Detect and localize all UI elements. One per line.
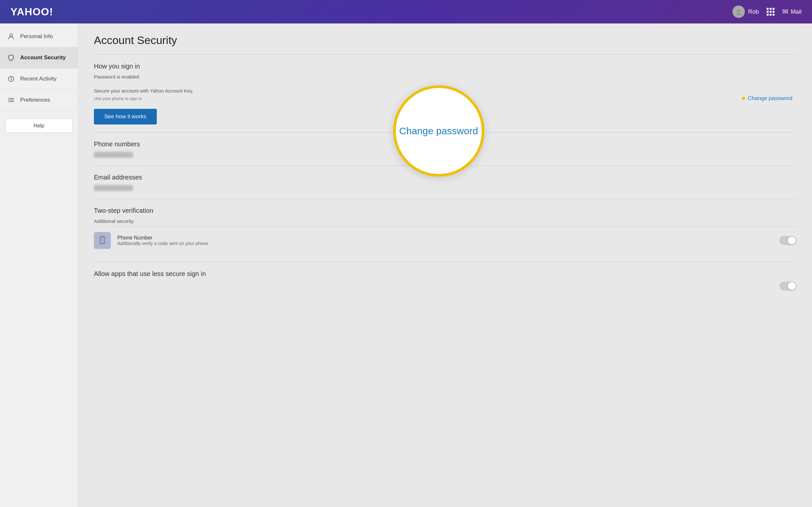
password-status: Password is enabled. xyxy=(94,74,796,79)
less-secure-title: Allow apps that use less secure sign in xyxy=(94,270,796,278)
magnify-label: Change password xyxy=(399,125,478,136)
magnify-overlay: Change password xyxy=(393,86,484,177)
phone-number-toggle[interactable] xyxy=(779,236,796,245)
list-icon xyxy=(6,96,16,105)
header-right: Rob ✉ Mail xyxy=(733,6,802,18)
main-content: Account Security How you sign in Passwor… xyxy=(78,23,812,507)
sidebar-item-personal-info[interactable]: Personal Info xyxy=(0,26,78,47)
mail-icon: ✉ xyxy=(782,7,788,16)
less-secure-toggle[interactable] xyxy=(779,282,796,291)
phone-number-desc: Additionally verify a code sent on your … xyxy=(117,241,779,246)
annotation-dot xyxy=(742,97,745,100)
two-step-section: Two-step verification Additional securit… xyxy=(94,199,796,262)
see-how-button[interactable]: See how it works xyxy=(94,109,157,124)
sidebar-item-label: Preferences xyxy=(20,97,50,103)
username-label: Rob xyxy=(748,8,759,15)
sidebar-item-label: Recent Activity xyxy=(20,75,57,82)
avatar xyxy=(733,6,745,18)
svg-point-7 xyxy=(8,98,9,99)
sidebar-item-account-security[interactable]: Account Security xyxy=(0,47,78,68)
user-menu[interactable]: Rob xyxy=(733,6,759,18)
phone-number-blurred xyxy=(94,152,133,158)
sign-in-title: How you sign in xyxy=(94,63,796,70)
svg-point-1 xyxy=(736,13,742,15)
app-header: YAHOO! Rob ✉ Mail xyxy=(0,0,812,23)
phone-number-item: Phone Number Additionally verify a code … xyxy=(94,226,796,254)
phone-device-icon xyxy=(94,232,111,249)
mail-link[interactable]: ✉ Mail xyxy=(782,7,802,16)
shield-icon xyxy=(6,53,16,62)
sidebar-item-label: Personal Info xyxy=(20,33,53,40)
page-title: Account Security xyxy=(94,34,796,47)
sidebar: Personal Info Account Security Recent Ac… xyxy=(0,23,78,507)
clock-icon xyxy=(6,74,16,83)
change-password-link[interactable]: Change password xyxy=(742,95,793,102)
svg-point-9 xyxy=(8,101,9,102)
svg-rect-14 xyxy=(101,240,104,241)
two-step-title: Two-step verification xyxy=(94,207,796,214)
svg-rect-13 xyxy=(101,239,104,240)
less-secure-section: Allow apps that use less secure sign in xyxy=(94,262,796,298)
yahoo-logo: YAHOO! xyxy=(10,6,53,18)
phone-number-name: Phone Number xyxy=(117,235,779,241)
page-layout: Personal Info Account Security Recent Ac… xyxy=(0,23,812,507)
toggle-knob xyxy=(788,236,796,244)
two-step-subtitle: Additional security. xyxy=(94,218,796,224)
help-button[interactable]: Help xyxy=(5,119,73,133)
sidebar-item-label: Account Security xyxy=(20,54,66,61)
svg-rect-11 xyxy=(101,237,104,238)
svg-point-8 xyxy=(8,100,9,101)
toggle-knob-2 xyxy=(788,282,796,290)
sidebar-item-preferences[interactable]: Preferences xyxy=(0,90,78,111)
person-icon xyxy=(6,32,16,41)
change-password-label: Change password xyxy=(748,95,793,102)
svg-point-15 xyxy=(102,242,103,243)
svg-point-2 xyxy=(10,34,12,37)
phone-number-info: Phone Number Additionally verify a code … xyxy=(117,235,779,246)
email-blurred xyxy=(94,185,133,191)
apps-grid-icon[interactable] xyxy=(767,8,774,16)
sidebar-item-recent-activity[interactable]: Recent Activity xyxy=(0,68,78,90)
svg-rect-12 xyxy=(101,238,104,239)
mail-label: Mail xyxy=(791,8,802,15)
svg-point-0 xyxy=(737,9,740,12)
